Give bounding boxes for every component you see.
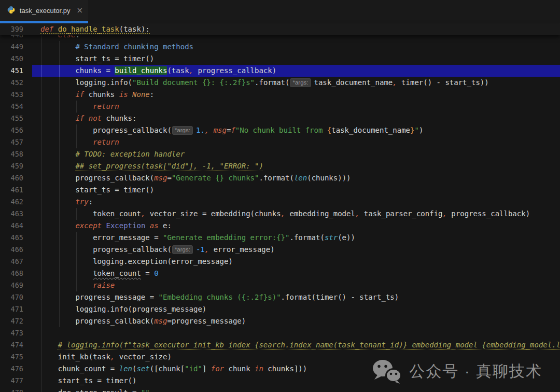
code-line-content[interactable]: def do_handle_task(task): <box>32 23 150 35</box>
code-line-content[interactable]: else: <box>32 35 560 41</box>
code-line-content[interactable]: logging.exception(error_message) <box>32 256 560 268</box>
code-line-content[interactable] <box>32 327 560 339</box>
line-number[interactable]: 474 <box>0 339 32 351</box>
code-line[interactable]: 461 start_ts = timer() <box>0 184 560 196</box>
code-line[interactable]: 456 progress_callback(*args:1., msg=f"No… <box>0 124 560 136</box>
code-line-content[interactable]: except Exception as e: <box>32 220 560 232</box>
code-line-content[interactable]: progress_callback(*args:1., msg=f"No chu… <box>32 124 560 136</box>
line-number[interactable]: 449 <box>0 41 32 53</box>
code-line[interactable]: 452 logging.info("Build document {}: {:.… <box>0 77 560 89</box>
line-number[interactable]: 452 <box>0 77 32 89</box>
code-line[interactable]: 471 logging.info(progress_message) <box>0 303 560 315</box>
code-line-content[interactable]: # TODO: exception handler <box>32 148 560 160</box>
code-line[interactable]: 458 # TODO: exception handler <box>0 148 560 160</box>
code-line[interactable]: 468 token_count = 0 <box>0 268 560 279</box>
line-number[interactable]: 473 <box>0 327 32 339</box>
tab-task-executor[interactable]: task_executor.py × <box>0 0 88 23</box>
line-number[interactable]: 454 <box>0 101 32 113</box>
code-line-content[interactable]: logging.info(progress_message) <box>32 303 560 315</box>
code-line-content[interactable]: progress_message = "Embedding chunks ({:… <box>32 291 560 303</box>
code-token: timer() - start_ts)) <box>397 78 489 87</box>
code-line[interactable]: 464 except Exception as e: <box>0 220 560 232</box>
line-number[interactable]: 469 <box>0 279 32 291</box>
code-line[interactable]: 470 progress_message = "Embedding chunks… <box>0 291 560 303</box>
code-line[interactable]: 472 progress_callback(msg=progress_messa… <box>0 315 560 327</box>
code-line-content[interactable]: progress_callback(msg=progress_message) <box>32 315 560 327</box>
code-line[interactable]: 466 progress_callback(*args:-1, error_me… <box>0 244 560 256</box>
line-number[interactable]: 477 <box>0 375 32 387</box>
code-line[interactable]: 399def do_handle_task(task): <box>0 23 150 35</box>
code-line[interactable]: 453 if chunks is None: <box>0 89 560 101</box>
line-number[interactable]: 462 <box>0 196 32 208</box>
code-line[interactable]: 462 try: <box>0 196 560 208</box>
code-line[interactable]: 455 if not chunks: <box>0 113 560 124</box>
code-line-content[interactable]: raise <box>32 279 560 291</box>
line-number[interactable]: 457 <box>0 136 32 148</box>
code-line-content[interactable]: try: <box>32 196 560 208</box>
code-line-content[interactable]: if chunks is None: <box>32 89 560 101</box>
line-number[interactable]: 456 <box>0 124 32 136</box>
code-line-content[interactable]: error_message = "Generate embedding erro… <box>32 232 560 244</box>
code-line-content[interactable]: chunks = build_chunks(task, progress_cal… <box>32 65 560 77</box>
code-token: else <box>58 35 76 39</box>
line-number[interactable]: 451 <box>0 65 32 77</box>
line-number[interactable]: 476 <box>0 363 32 375</box>
line-number[interactable]: 475 <box>0 351 32 363</box>
code-line-content[interactable]: token_count = 0 <box>32 268 560 279</box>
code-line-content[interactable]: # Standard chunking methods <box>32 41 560 53</box>
line-number[interactable]: 453 <box>0 89 32 101</box>
line-number[interactable]: 470 <box>0 291 32 303</box>
code-line-content[interactable]: if not chunks: <box>32 113 560 124</box>
sticky-scroll-line[interactable]: 399def do_handle_task(task): <box>0 23 560 35</box>
code-line[interactable]: 474 # logging.info(f"task_executor init_… <box>0 339 560 351</box>
code-line[interactable]: 449 # Standard chunking methods <box>0 41 560 53</box>
line-number[interactable]: 455 <box>0 113 32 124</box>
line-number[interactable]: 465 <box>0 232 32 244</box>
code-line-content[interactable]: logging.info("Build document {}: {:.2f}s… <box>32 77 560 89</box>
code-line[interactable]: 451 chunks = build_chunks(task, progress… <box>0 65 560 77</box>
line-number[interactable]: 468 <box>0 268 32 279</box>
code-line-content[interactable]: return <box>32 101 560 113</box>
line-number[interactable]: 464 <box>0 220 32 232</box>
code-line[interactable]: 465 error_message = "Generate embedding … <box>0 232 560 244</box>
close-icon[interactable]: × <box>76 7 83 15</box>
code-line[interactable]: 478 doc_store_result = "" <box>0 387 560 392</box>
code-line[interactable]: 469 raise <box>0 279 560 291</box>
wechat-icon <box>372 359 402 384</box>
code-line-content[interactable]: start_ts = timer() <box>32 184 560 196</box>
code-line-content[interactable]: doc_store_result = "" <box>32 387 560 392</box>
line-number[interactable]: 472 <box>0 315 32 327</box>
line-number[interactable]: 461 <box>0 184 32 196</box>
code-token: , <box>281 209 285 218</box>
code-token: (task): <box>119 25 150 33</box>
code-line[interactable]: 454 return <box>0 101 560 113</box>
code-line-content[interactable]: return <box>32 136 560 148</box>
code-line-content[interactable]: # logging.info(f"task_executor init_kb i… <box>32 339 560 351</box>
code-line-content[interactable]: progress_callback(msg="Generate {} chunk… <box>32 172 560 184</box>
code-line[interactable]: 467 logging.exception(error_message) <box>0 256 560 268</box>
line-number[interactable]: 467 <box>0 256 32 268</box>
code-line[interactable]: 460 progress_callback(msg="Generate {} c… <box>0 172 560 184</box>
line-number[interactable]: 450 <box>0 53 32 65</box>
line-number[interactable]: 478 <box>0 387 32 392</box>
code-line[interactable]: 448 else: <box>0 35 560 41</box>
code-line-content[interactable]: start_ts = timer() <box>32 53 560 65</box>
line-number[interactable]: 466 <box>0 244 32 256</box>
line-number[interactable]: 460 <box>0 172 32 184</box>
code-token <box>40 269 93 277</box>
code-line[interactable]: 463 token_count, vector_size = embedding… <box>0 208 560 220</box>
line-number[interactable]: 448 <box>0 35 32 41</box>
line-number[interactable]: 471 <box>0 303 32 315</box>
indent-guide <box>59 65 60 77</box>
code-line[interactable]: 459 ## set_progress(task["did"], -1, "ER… <box>0 160 560 172</box>
code-line[interactable]: 473 <box>0 327 560 339</box>
line-number[interactable]: 459 <box>0 160 32 172</box>
code-line-content[interactable]: ## set_progress(task["did"], -1, "ERROR:… <box>32 160 560 172</box>
code-line[interactable]: 450 start_ts = timer() <box>0 53 560 65</box>
code-line-content[interactable]: progress_callback(*args:-1, error_messag… <box>32 244 560 256</box>
code-line[interactable]: 457 return <box>0 136 560 148</box>
line-number[interactable]: 463 <box>0 208 32 220</box>
code-line-content[interactable]: token_count, vector_size = embedding(chu… <box>32 208 560 220</box>
line-number[interactable]: 458 <box>0 148 32 160</box>
line-number[interactable]: 399 <box>0 23 32 35</box>
